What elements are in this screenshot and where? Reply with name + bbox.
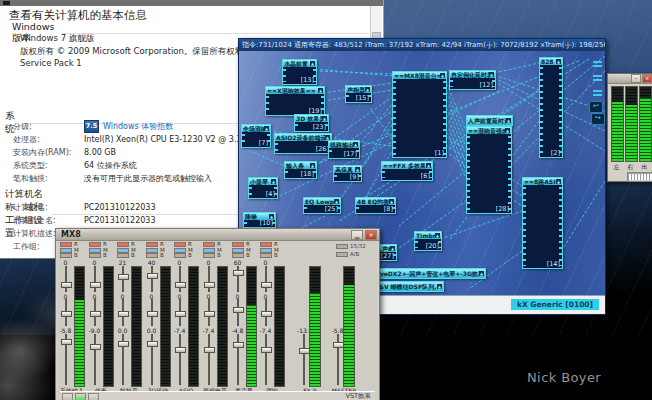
channel-toggle-r[interactable] — [232, 242, 244, 247]
module-header[interactable]: 高保真▲ — [334, 166, 361, 173]
channel-toggle-m[interactable] — [117, 248, 129, 253]
aux-slider-1[interactable] — [175, 266, 184, 292]
dsp-module[interactable]: ==X混响效果==▲[19] — [265, 86, 325, 116]
aux-slider-1[interactable] — [147, 266, 156, 292]
module-header[interactable]: 4B EQ均衡器▲ — [356, 198, 395, 205]
dsp-module[interactable]: EQ Lowpass▲[25] — [303, 197, 341, 214]
module-collapse-icon[interactable]: ▲ — [353, 142, 358, 147]
module-collapse-icon[interactable]: ▲ — [322, 116, 327, 121]
dsp-module[interactable]: 人声前置延时音量▲ — [466, 115, 513, 126]
module-collapse-icon[interactable]: ▲ — [365, 87, 370, 92]
undo-patch-icon[interactable]: ↩ — [589, 101, 603, 113]
slider-knob[interactable] — [204, 347, 215, 353]
slider-knob[interactable] — [204, 311, 215, 317]
close-button[interactable]: × — [365, 230, 377, 240]
module-collapse-icon[interactable]: ▲ — [318, 88, 323, 93]
slider-knob[interactable] — [61, 311, 72, 317]
slider-knob[interactable] — [90, 282, 101, 288]
slider-knob[interactable] — [118, 341, 129, 347]
module-header[interactable]: 3D 效果器▲ — [295, 115, 328, 122]
slider-knob[interactable] — [147, 341, 158, 347]
volume-fader[interactable] — [204, 334, 213, 385]
aux-slider-2[interactable] — [118, 299, 127, 326]
module-header[interactable]: 水晶前置▲ — [283, 60, 316, 67]
channel-toggle-r[interactable] — [260, 242, 272, 247]
module-collapse-icon[interactable]: ▲ — [310, 61, 315, 66]
channel-toggle-r[interactable] — [174, 242, 186, 247]
aux-slider-2[interactable] — [204, 299, 213, 326]
aux-slider-2[interactable] — [61, 299, 70, 326]
channel-toggle-b[interactable] — [203, 253, 215, 258]
module-header[interactable]: ASIO2设备前端设备▲ — [275, 134, 331, 141]
slider-knob[interactable] — [175, 347, 186, 353]
aux-slider-2[interactable] — [261, 299, 270, 326]
aux-slider-2[interactable] — [147, 299, 156, 326]
module-collapse-icon[interactable]: ▲ — [556, 59, 561, 64]
slider-knob[interactable] — [61, 282, 72, 288]
dsp-module[interactable]: 水晶前置▲[13] — [282, 59, 317, 85]
corner-toggle[interactable] — [336, 244, 348, 249]
channel-toggle-m[interactable] — [203, 248, 215, 253]
meter-window-title-bar[interactable]: – × — [608, 74, 652, 84]
volume-fader[interactable] — [90, 334, 99, 385]
module-collapse-icon[interactable]: ▲ — [505, 128, 510, 133]
slider-knob[interactable] — [118, 311, 129, 317]
module-header[interactable]: 全场混响▲ — [242, 125, 270, 132]
module-header[interactable]: ==X混响效果==▲ — [266, 87, 324, 94]
dsp-module[interactable]: ==FFX 多效果==▲[6] — [381, 161, 433, 181]
module-collapse-icon[interactable]: ▲ — [506, 118, 511, 123]
volume-fader[interactable] — [118, 334, 127, 385]
module-collapse-icon[interactable]: ▲ — [390, 246, 395, 251]
aux-slider-2[interactable] — [175, 299, 184, 326]
corner-toggle[interactable] — [336, 252, 348, 257]
module-header[interactable]: ==8路ASIO==▲ — [523, 178, 562, 185]
slider-knob[interactable] — [90, 344, 101, 350]
aux-slider-1[interactable] — [261, 266, 270, 292]
channel-toggle-b[interactable] — [117, 253, 129, 258]
module-collapse-icon[interactable]: ▲ — [310, 163, 315, 168]
slider-knob[interactable] — [147, 311, 158, 317]
channel-toggle-m[interactable] — [260, 248, 272, 253]
module-header[interactable]: 人声前置延时音量▲ — [467, 116, 512, 125]
slider-knob[interactable] — [175, 311, 186, 317]
slider-knob[interactable] — [61, 339, 72, 345]
dsp-module[interactable]: 降噪▲[10] — [243, 212, 276, 228]
slider-knob[interactable] — [204, 282, 215, 288]
aux-slider-1[interactable] — [118, 266, 127, 292]
volume-fader[interactable] — [333, 334, 342, 385]
channel-toggle-m[interactable] — [146, 248, 158, 253]
module-collapse-icon[interactable]: ▲ — [556, 179, 561, 184]
slider-knob[interactable] — [118, 274, 129, 280]
slider-knob[interactable] — [261, 347, 272, 353]
module-collapse-icon[interactable]: ▲ — [355, 167, 360, 172]
dsp-module[interactable]: 小提琴▲[4] — [248, 177, 278, 199]
module-collapse-icon[interactable]: ▲ — [426, 163, 431, 168]
volume-fader[interactable] — [233, 334, 242, 385]
module-collapse-icon[interactable]: ▲ — [479, 271, 484, 276]
module-header[interactable]: 自定例化延时器管▲ — [450, 71, 495, 78]
module-collapse-icon[interactable]: ▲ — [440, 73, 445, 78]
channel-toggle-m[interactable] — [174, 248, 186, 253]
module-header[interactable]: ==混响音强改==▲ — [467, 127, 511, 134]
dsp-module[interactable]: ASIO2设备前端设备▲[26] — [274, 133, 332, 154]
module-collapse-icon[interactable]: ▲ — [389, 199, 394, 204]
slider-knob[interactable] — [90, 311, 101, 317]
module-header[interactable]: LiveDX2+-回声+管弦+电琴+-3G效果DSP队列▲ — [373, 269, 485, 278]
dsp-module[interactable]: 828▲[2] — [539, 57, 563, 158]
module-collapse-icon[interactable]: ▲ — [437, 284, 442, 289]
dsp-module[interactable]: 自定例化延时器管▲[12] — [449, 70, 496, 90]
slider-knob[interactable] — [147, 273, 158, 279]
slider-knob[interactable] — [233, 342, 244, 348]
dsp-module[interactable]: 输入条▲[18] — [284, 161, 317, 179]
dsp-module[interactable]: 全场混响▲[7] — [241, 124, 271, 148]
volume-fader[interactable] — [299, 334, 308, 385]
module-header[interactable]: ==FFX 多效果==▲ — [382, 162, 432, 169]
aux-slider-1[interactable] — [61, 266, 70, 292]
mixer-config-button[interactable] — [88, 393, 99, 400]
dsp-module[interactable]: 声相器▲[15] — [345, 85, 372, 103]
slider-knob[interactable] — [261, 282, 272, 288]
module-header[interactable]: Timbre▲ — [415, 232, 441, 239]
volume-fader[interactable] — [175, 334, 184, 385]
aux-slider-1[interactable] — [204, 266, 213, 292]
redo-patch-icon[interactable]: ↪ — [591, 113, 605, 125]
